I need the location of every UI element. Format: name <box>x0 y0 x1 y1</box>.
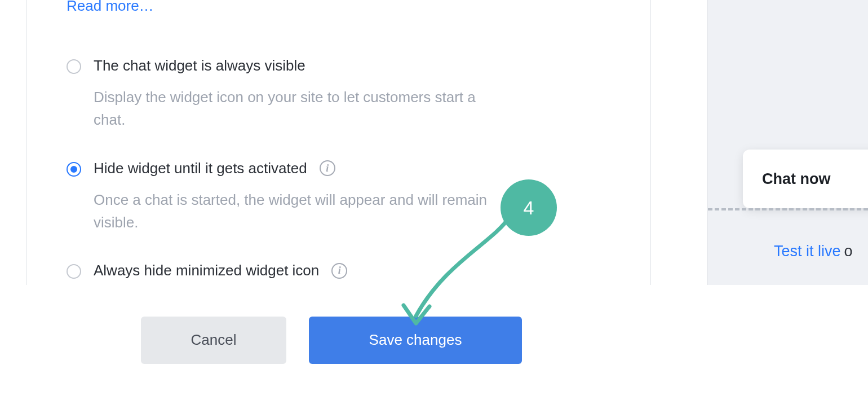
chat-widget-preview: Chat now <box>743 150 868 208</box>
radio-circle[interactable] <box>67 59 81 74</box>
visibility-radio-group: The chat widget is always visible Displa… <box>67 57 611 279</box>
save-button[interactable]: Save changes <box>309 317 522 364</box>
cancel-button[interactable]: Cancel <box>141 317 286 364</box>
settings-panel: Read more… The chat widget is always vis… <box>26 0 651 285</box>
option-content: The chat widget is always visible Displa… <box>94 57 611 131</box>
test-live-link[interactable]: Test it liveo <box>774 243 853 260</box>
option-description: Once a chat is started, the widget will … <box>94 188 494 234</box>
divider-dashed <box>708 208 868 210</box>
radio-circle[interactable] <box>67 162 81 177</box>
option-title-row: Hide widget until it gets activated i <box>94 160 611 177</box>
option-title: Hide widget until it gets activated <box>94 160 307 177</box>
info-icon[interactable]: i <box>331 263 347 279</box>
option-title: Always hide minimized widget icon <box>94 262 319 279</box>
radio-option-always-visible[interactable]: The chat widget is always visible Displa… <box>67 57 611 131</box>
info-icon[interactable]: i <box>320 160 335 176</box>
option-title-row: Always hide minimized widget icon i <box>94 262 611 279</box>
option-title-row: The chat widget is always visible <box>94 57 611 74</box>
radio-circle[interactable] <box>67 264 81 279</box>
option-title: The chat widget is always visible <box>94 57 305 74</box>
option-description: Display the widget icon on your site to … <box>94 86 494 131</box>
test-live-suffix: o <box>844 243 853 260</box>
chat-widget-label: Chat now <box>762 170 831 188</box>
radio-option-always-hide[interactable]: Always hide minimized widget icon i <box>67 262 611 279</box>
test-live-text: Test it live <box>774 243 841 260</box>
annotation-step-badge: 4 <box>501 179 557 236</box>
read-more-link[interactable]: Read more… <box>67 0 611 15</box>
preview-panel: Chat now Test it liveo <box>707 0 868 285</box>
action-bar: Cancel Save changes <box>0 285 868 395</box>
option-content: Always hide minimized widget icon i <box>94 262 611 279</box>
